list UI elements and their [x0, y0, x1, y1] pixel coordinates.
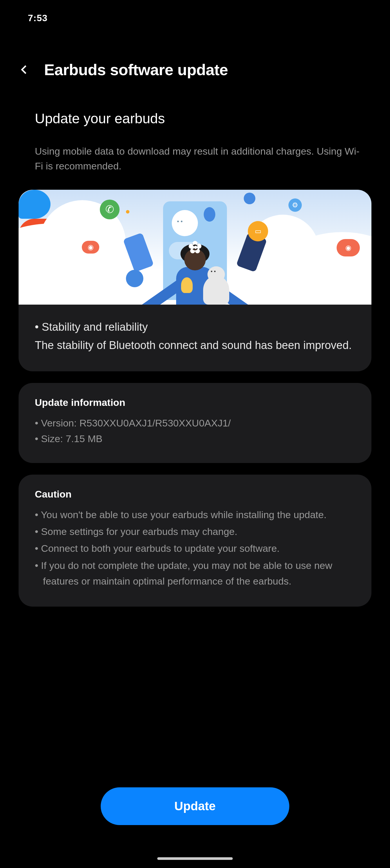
- status-bar: 7:53: [0, 0, 390, 35]
- main-content: Update your earbuds Using mobile data to…: [0, 90, 390, 607]
- person-icon: ◉: [82, 241, 99, 253]
- size-line: • Size: 7.15 MB: [35, 431, 355, 446]
- camera-icon: ◉: [337, 239, 360, 256]
- caution-card: Caution You won't be able to use your ea…: [19, 475, 371, 607]
- update-info-title: Update information: [35, 397, 355, 408]
- page-header: Earbuds software update: [0, 35, 390, 90]
- caution-item: Some settings for your earbuds may chang…: [35, 524, 355, 539]
- feature-bullet: • Stability and reliability: [35, 321, 355, 333]
- section-title: Update your earbuds: [19, 111, 371, 126]
- chat-icon: [19, 190, 51, 219]
- update-info-card: Update information • Version: R530XXU0AX…: [19, 383, 371, 463]
- caution-item: If you do not complete the update, you m…: [35, 558, 355, 589]
- section-subtitle: Using mobile data to download may result…: [19, 144, 371, 174]
- gear-icon: ⚙: [289, 198, 302, 212]
- chevron-left-icon: [19, 64, 30, 75]
- navigation-bar-handle[interactable]: [157, 857, 233, 860]
- version-line: • Version: R530XXU0AXJ1/R530XXU0AXJ1/: [35, 415, 355, 431]
- back-button[interactable]: [19, 64, 30, 75]
- caution-title: Caution: [35, 489, 355, 500]
- feature-card: • • ✆ ▭ ⚙ ◉ ◉: [19, 190, 371, 371]
- update-illustration: • • ✆ ▭ ⚙ ◉ ◉: [19, 190, 371, 305]
- caution-list: You won't be able to use your earbuds wh…: [35, 507, 355, 589]
- caution-item: Connect to both your earbuds to update y…: [35, 540, 355, 556]
- feature-text: • Stability and reliability The stabilit…: [19, 305, 371, 371]
- status-time: 7:53: [28, 13, 48, 23]
- page-title: Earbuds software update: [44, 61, 228, 79]
- update-button[interactable]: Update: [101, 787, 289, 825]
- gallery-icon: ▭: [248, 221, 268, 241]
- phone-icon: ✆: [100, 199, 120, 219]
- feature-description: The stability of Bluetooth connect and s…: [35, 337, 355, 354]
- caution-item: You won't be able to use your earbuds wh…: [35, 507, 355, 523]
